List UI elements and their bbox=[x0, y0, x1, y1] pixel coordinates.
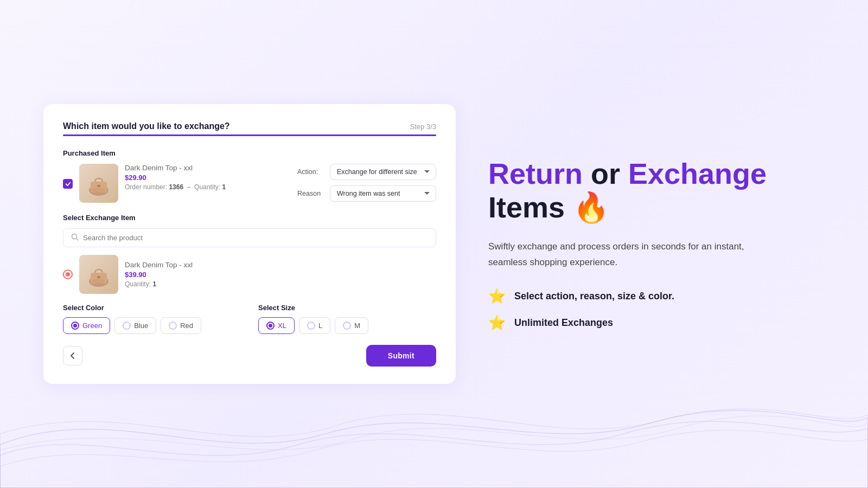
hero-title-items: Items bbox=[488, 191, 565, 223]
progress-bar bbox=[63, 134, 436, 136]
exchange-item-radio[interactable] bbox=[63, 269, 73, 279]
size-option-xl[interactable]: XL bbox=[258, 317, 295, 334]
action-dropdown[interactable]: Exchange for different size Return for r… bbox=[330, 164, 436, 180]
svg-point-8 bbox=[92, 279, 105, 284]
size-radio-l bbox=[307, 322, 315, 330]
svg-point-3 bbox=[92, 188, 105, 193]
search-icon bbox=[71, 233, 79, 242]
right-panel: Return or Exchange Items 🔥 Swiftly excha… bbox=[456, 157, 825, 331]
exchange-section-label: Select Exchange Item bbox=[63, 214, 436, 222]
exchange-product-thumbnail bbox=[79, 255, 118, 294]
page-container: Which item would you like to exchange? S… bbox=[0, 0, 868, 488]
exchange-form-panel: Which item would you like to exchange? S… bbox=[43, 104, 456, 384]
exchange-handbag-icon bbox=[85, 261, 112, 288]
item-checkbox[interactable] bbox=[63, 179, 73, 189]
handbag-icon bbox=[85, 170, 112, 197]
step-indicator: Step 3/3 bbox=[410, 123, 436, 131]
size-selector-group: Select Size XL L M bbox=[258, 304, 436, 334]
back-button[interactable] bbox=[63, 346, 82, 365]
hero-subtitle: Swiftly exchange and process orders in s… bbox=[488, 239, 760, 271]
feature-item-2: ⭐ Unlimited Exchanges bbox=[488, 314, 792, 331]
purchased-section-label: Purchased Item bbox=[63, 149, 436, 157]
exchange-product-meta: Quantity: 1 bbox=[125, 280, 436, 288]
size-option-l[interactable]: L bbox=[299, 317, 330, 334]
color-option-blue[interactable]: Blue bbox=[114, 317, 156, 334]
hero-title-or: or bbox=[583, 157, 628, 190]
feature-list: ⭐ Select action, reason, size & color. ⭐… bbox=[488, 288, 792, 331]
svg-rect-2 bbox=[97, 185, 100, 187]
size-label: Select Size bbox=[258, 304, 436, 312]
size-label-xl: XL bbox=[278, 322, 286, 330]
back-arrow-icon bbox=[69, 352, 76, 359]
purchased-item-row: Dark Denim Top - xxl $29.90 Order number… bbox=[63, 164, 436, 203]
feature-item-1: ⭐ Select action, reason, size & color. bbox=[488, 288, 792, 305]
exchange-product-name: Dark Denim Top - xxl bbox=[125, 261, 436, 269]
svg-rect-7 bbox=[97, 276, 100, 278]
purchased-product-meta: Order number: 1366 – Quantity: 1 bbox=[125, 183, 291, 191]
radio-dot-inner bbox=[66, 272, 70, 277]
exchange-item-section: Select Exchange Item bbox=[63, 214, 436, 294]
color-option-green[interactable]: Green bbox=[63, 317, 110, 334]
color-radio-green bbox=[71, 322, 79, 330]
purchased-product-thumbnail bbox=[79, 164, 118, 203]
color-selector-group: Select Color Green Blue Red bbox=[63, 304, 241, 334]
exchange-product-price: $39.90 bbox=[125, 271, 436, 279]
action-selects: Action: Exchange for different size Retu… bbox=[297, 164, 436, 202]
hero-title-emoji: 🔥 bbox=[573, 191, 609, 223]
svg-point-4 bbox=[72, 234, 77, 239]
purchased-product-variant: - xxl bbox=[179, 164, 193, 172]
action-label: Action: bbox=[297, 168, 326, 176]
color-label-green: Green bbox=[82, 322, 102, 330]
feature-text-2: Unlimited Exchanges bbox=[514, 317, 613, 329]
reason-label: Reason bbox=[297, 190, 326, 197]
reason-dropdown[interactable]: Wrong item was sent Defective item Chang… bbox=[330, 185, 436, 202]
size-radio-inner-xl bbox=[269, 324, 272, 328]
size-radio-m bbox=[343, 322, 351, 330]
color-label-blue: Blue bbox=[134, 322, 148, 330]
color-radio-blue bbox=[123, 322, 131, 330]
item-checkbox-wrap bbox=[63, 179, 73, 189]
hero-title-exchange: Exchange bbox=[628, 157, 767, 190]
hero-title: Return or Exchange Items 🔥 bbox=[488, 157, 792, 224]
purchased-product-info: Dark Denim Top - xxl $29.90 Order number… bbox=[125, 164, 291, 191]
panel-footer: Submit bbox=[63, 345, 436, 367]
panel-header: Which item would you like to exchange? S… bbox=[63, 121, 436, 131]
color-label-red: Red bbox=[180, 322, 193, 330]
selectors-row: Select Color Green Blue Red bbox=[63, 304, 436, 334]
color-radio-red bbox=[169, 322, 177, 330]
star-icon-2: ⭐ bbox=[488, 314, 506, 331]
size-radio-xl bbox=[266, 322, 275, 330]
submit-button[interactable]: Submit bbox=[366, 345, 436, 367]
exchange-product-info: Dark Denim Top - xxl $39.90 Quantity: 1 bbox=[125, 261, 436, 288]
search-input[interactable] bbox=[83, 234, 428, 242]
purchased-product-price: $29.90 bbox=[125, 174, 291, 182]
size-option-m[interactable]: M bbox=[335, 317, 368, 334]
panel-title: Which item would you like to exchange? bbox=[63, 121, 230, 131]
exchange-product-variant: - xxl bbox=[179, 261, 193, 269]
reason-row: Reason Wrong item was sent Defective ite… bbox=[297, 185, 436, 202]
search-box bbox=[63, 228, 436, 247]
color-option-red[interactable]: Red bbox=[161, 317, 201, 334]
size-label-l: L bbox=[318, 322, 322, 330]
feature-text-1: Select action, reason, size & color. bbox=[514, 291, 674, 302]
color-radio-inner-green bbox=[73, 324, 77, 328]
progress-fill bbox=[63, 134, 436, 136]
action-row: Action: Exchange for different size Retu… bbox=[297, 164, 436, 180]
color-options-row: Green Blue Red bbox=[63, 317, 241, 334]
size-label-m: M bbox=[354, 322, 360, 330]
exchange-product-row: Dark Denim Top - xxl $39.90 Quantity: 1 bbox=[63, 255, 436, 294]
purchased-product-name: Dark Denim Top - xxl bbox=[125, 164, 291, 172]
size-options-row: XL L M bbox=[258, 317, 436, 334]
star-icon-1: ⭐ bbox=[488, 288, 506, 305]
hero-title-return: Return bbox=[488, 157, 583, 190]
color-label: Select Color bbox=[63, 304, 241, 312]
checkmark-icon bbox=[65, 181, 71, 187]
